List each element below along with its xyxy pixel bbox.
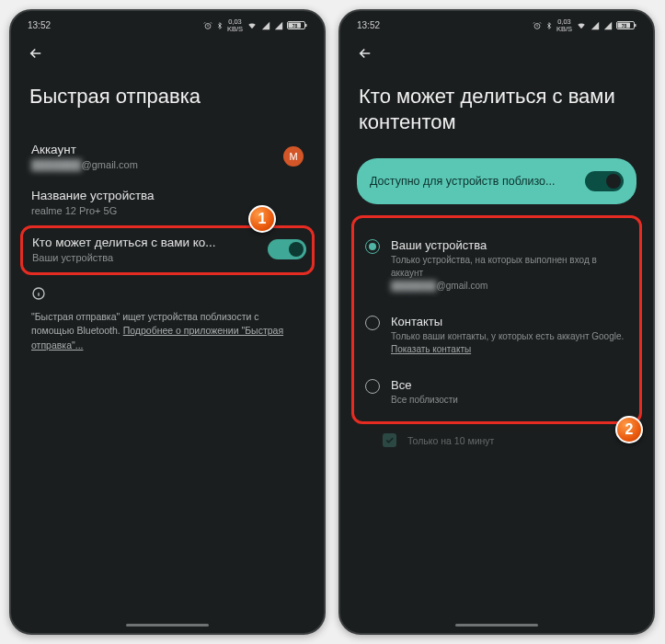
callout-badge-2: 2 [615,416,643,443]
back-button[interactable] [340,36,653,71]
callout-badge-1: 1 [248,205,276,233]
alarm-icon [533,21,542,30]
radio-unselected[interactable] [365,316,380,330]
device-label: Название устройства [31,189,155,202]
signal-icon-2 [274,21,283,30]
options-highlight: Ваши устройства Только устройства, на ко… [351,215,642,424]
opt1-label: Ваши устройства [391,238,628,252]
signal-icon [590,21,600,30]
back-button[interactable] [11,36,324,71]
home-indicator[interactable] [126,624,209,627]
status-time: 13:52 [357,20,380,30]
opt3-sub: Все поблизости [391,394,458,407]
info-icon [28,275,307,310]
status-bar: 13:52 0,03KB/S 78 [11,11,324,36]
arrow-back-icon [28,45,44,62]
account-email: ███████@gmail.com [31,159,138,170]
status-icons: 0,03KB/S 78 [203,18,307,32]
checkbox-label: Только на 10 минут [407,435,494,446]
option-contacts[interactable]: Контакты Только ваши контакты, у которых… [361,305,632,369]
share-sub: Ваши устройства [32,252,268,263]
bluetooth-icon [216,21,224,30]
nearby-toggle[interactable] [585,171,624,191]
info-text: "Быстрая отправка" ищет устройства побли… [28,310,307,362]
phone-right: 13:52 0,03KB/S 78 Кто может делиться с в… [338,9,655,635]
svg-text:78: 78 [622,23,627,29]
opt3-label: Все [391,378,458,392]
radio-selected[interactable] [365,239,380,254]
account-row[interactable]: Аккаунт ███████@gmail.com M [28,133,307,179]
status-bar: 13:52 0,03KB/S 78 [340,11,653,36]
avatar[interactable]: M [283,146,304,167]
signal-icon-2 [603,21,613,30]
opt2-label: Контакты [391,315,624,328]
home-indicator[interactable] [455,624,538,627]
option-your-devices[interactable]: Ваши устройства Только устройства, на ко… [361,229,632,305]
svg-rect-8 [635,24,636,27]
wifi-icon [576,21,587,30]
status-time: 13:52 [28,20,51,30]
checkbox-checked[interactable] [383,433,396,447]
share-row-highlight: Кто может делиться с вами ко... Ваши уст… [20,225,315,275]
battery-icon: 78 [616,20,636,30]
nearby-toggle-row[interactable]: Доступно для устройств поблизо... [357,158,636,204]
radio-unselected[interactable] [365,379,380,394]
share-label: Кто может делиться с вами ко... [32,236,268,249]
arrow-back-icon [357,45,373,62]
alarm-icon [203,21,212,30]
wifi-icon [247,21,258,30]
battery-icon: 78 [287,20,307,30]
device-value: realme 12 Pro+ 5G [31,205,155,216]
share-toggle[interactable] [268,239,306,259]
page-title: Быстрая отправка [11,71,324,133]
svg-text:78: 78 [292,23,298,29]
signal-icon [261,21,270,30]
bluetooth-icon [545,21,553,30]
phone-left: 13:52 0,03KB/S 78 Быстрая отправка Аккау… [9,9,326,635]
only-10-min-row[interactable]: Только на 10 минут [357,424,636,447]
status-icons: 0,03KB/S 78 [533,18,636,32]
opt2-sub: Только ваши контакты, у которых есть акк… [391,330,624,356]
page-title: Кто может делиться с вами контентом [340,71,653,158]
svg-rect-2 [305,24,307,27]
option-all[interactable]: Все Все поблизости [361,369,632,412]
nearby-label: Доступно для устройств поблизо... [370,175,555,188]
show-contacts-link[interactable]: Показать контакты [391,344,471,354]
account-label: Аккаунт [31,143,138,156]
opt1-sub: Только устройства, на которых выполнен в… [391,254,628,293]
check-icon [384,435,395,445]
share-row[interactable]: Кто может делиться с вами ко... Ваши уст… [32,236,268,263]
